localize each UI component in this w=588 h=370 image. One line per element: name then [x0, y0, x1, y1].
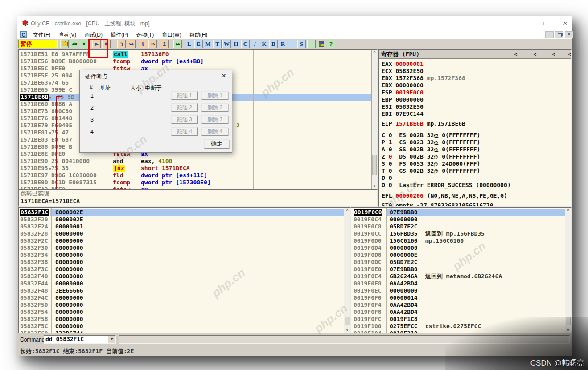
disasm-row[interactable]: 1571BE51E8 9A7AFFFFcall157138F0	[19, 51, 377, 58]
dump-scrollbar[interactable]: ^ v	[344, 208, 350, 333]
menu-file[interactable]: 文件(F)	[29, 31, 54, 39]
open-file-button[interactable]	[60, 40, 69, 48]
toolbar-patches-button[interactable]: /	[251, 40, 259, 48]
dump-row[interactable]: 05832F2400000001	[19, 223, 350, 230]
stack-row[interactable]: 0019F0C007E9BBB0	[351, 209, 571, 216]
register-line[interactable]: EDI 07E9C144	[382, 110, 424, 118]
register-line[interactable]: ESI 05832E50	[382, 103, 424, 110]
register-line[interactable]: EBX 00000000	[382, 82, 424, 89]
stack-row[interactable]: 0019F0D80000000E	[351, 252, 571, 259]
stack-row[interactable]: 0019F0F80AA42BD4	[351, 309, 571, 316]
dump-row[interactable]: 05832F3C00000000	[19, 266, 350, 273]
menu-help[interactable]: 帮助(H)	[185, 31, 212, 39]
dump-row[interactable]: 05832F3000000000	[19, 244, 350, 252]
fpu-tab-chevron-4[interactable]: <	[566, 51, 572, 58]
dump-row[interactable]: 05832F4C00000000	[19, 294, 350, 301]
register-line[interactable]: A 0 SS 002B 32位 0(FFFFFFFF)	[382, 146, 480, 154]
stack-row[interactable]: 0019F0E46B26246A返回到 metamod.6B26246A	[351, 273, 571, 280]
dump-row[interactable]: 05832F5000000000	[19, 301, 350, 309]
stack-row[interactable]: 0019F0F40AA42BD4	[351, 301, 571, 309]
bp-delete-button-3[interactable]: 删除 3	[201, 115, 228, 124]
register-line[interactable]: C 0 ES 002B 32位 0(FFFFFFFF)	[382, 132, 480, 139]
toolbar-references-button[interactable]: R	[279, 40, 287, 48]
menu-options[interactable]: 选项(T)	[132, 31, 158, 39]
mdi-minimize-button[interactable]: _	[545, 31, 554, 38]
disasm-scrollbar[interactable]: ^ v	[371, 50, 377, 189]
scroll-up-icon[interactable]: ^	[344, 208, 350, 214]
bp-base-input-4[interactable]	[98, 128, 125, 135]
scrollbar-thumb[interactable]	[372, 155, 377, 175]
bp-delete-button-1[interactable]: 删除 1	[201, 91, 228, 100]
fpu-tab-chevron-2[interactable]: <	[531, 51, 539, 58]
stack-row[interactable]: 0019F0D400000000	[351, 244, 571, 252]
toolbar-windows-button[interactable]: W	[222, 40, 231, 48]
dump-row[interactable]: 05832F3400000000	[19, 252, 350, 259]
bp-delete-button-2[interactable]: 删除 2	[201, 103, 228, 112]
log-list-button[interactable]: ≡	[307, 40, 316, 48]
dump-row[interactable]: 05832F200000002E	[19, 216, 350, 223]
cpu-child-icon[interactable]: C	[20, 31, 27, 38]
dump-row[interactable]: 05832F3800000000	[19, 259, 350, 266]
scroll-up-icon[interactable]: ^	[372, 50, 377, 56]
disasm-row[interactable]: 1571BE97D986 1C010000flddword ptr [esi+1…	[19, 172, 377, 179]
close-button[interactable]: ✕	[558, 19, 573, 28]
scrollbar-thumb[interactable]	[566, 317, 571, 325]
title-bar[interactable]: ✱ OllyICE - cstrike.exe - [CPU - 主线程, 模块…	[17, 16, 572, 31]
bp-break-on-input-1[interactable]	[145, 92, 168, 99]
scroll-down-icon[interactable]: v	[344, 327, 350, 333]
toolbar-callstack-button[interactable]: K	[260, 40, 268, 48]
disasm-row[interactable]: 1571BEA3DFE0fstswax	[19, 186, 377, 189]
bp-break-on-input-3[interactable]	[145, 116, 168, 123]
dump-row[interactable]: 05832F5C00000000	[19, 323, 350, 330]
stack-row[interactable]: 0019F0E80AA42BD4	[351, 280, 571, 287]
toolbar-handles-button[interactable]: H	[232, 40, 240, 48]
register-line[interactable]: Z 0 DS 002B 32位 0(FFFFFFFF)	[382, 153, 480, 161]
bp-size-input-4[interactable]	[130, 128, 141, 135]
stack-row[interactable]: 0019F0CC156FBD35返回到 mp.156FBD35	[351, 230, 571, 237]
bp-follow-button-2[interactable]: 跟随 2	[171, 103, 198, 112]
dump-row[interactable]: 05832F4000000000	[19, 273, 350, 280]
dialog-close-icon[interactable]: ✕	[221, 72, 226, 79]
scroll-down-icon[interactable]: v	[565, 327, 571, 333]
dump-row[interactable]: 05832F4400000000	[19, 280, 350, 287]
scroll-up-icon[interactable]: ^	[565, 208, 571, 214]
execute-till-return-button[interactable]: ↦	[173, 40, 182, 48]
stack-row[interactable]: 0019F1000275EFCCcstrike.0275EFCC	[351, 323, 571, 330]
register-line[interactable]: ST0 empty -27.879326831056516770	[382, 202, 493, 207]
ok-button[interactable]: 确定	[204, 139, 229, 149]
stack-pane[interactable]: 0019F0C007E9BBB00019F0C4000000000019F0C8…	[351, 207, 572, 333]
register-line[interactable]: S 0 FS 0053 32位 24D000(FFF)	[382, 160, 480, 168]
stack-row[interactable]: 0019F0C400000000	[351, 216, 571, 223]
bp-size-input-3[interactable]	[130, 116, 141, 123]
toolbar-runtrace-button[interactable]: ...	[288, 40, 296, 48]
dump-row[interactable]: 05832F483EE66666	[19, 287, 350, 294]
stack-row[interactable]: 0019F0F000000014	[351, 294, 571, 301]
scrollbar-thumb[interactable]	[345, 317, 350, 325]
register-line[interactable]: EDX 1572F388 mp.1572F388	[382, 75, 465, 82]
disasm-row[interactable]: 1571BE9DDC1D E0087315fcompqword ptr [157…	[19, 179, 377, 186]
disasm-row[interactable]: 1571BE95∨75 33jnzshort 1571BECA	[19, 165, 377, 172]
stack-row[interactable]: 0019F0E007E9BBB0	[351, 266, 571, 273]
toolbar-executables-button[interactable]: E	[194, 40, 203, 48]
maximize-button[interactable]: □	[538, 19, 553, 28]
dump-row[interactable]: 05832F2800000000	[19, 230, 350, 237]
dump-row[interactable]: 05832F5400000000	[19, 309, 350, 316]
scroll-down-icon[interactable]: v	[372, 183, 377, 189]
bp-base-input-1[interactable]	[98, 92, 125, 99]
stack-row[interactable]: 0019F0DC05BD7E2C	[351, 259, 571, 266]
close-program-button[interactable]: ✕	[80, 40, 88, 48]
register-line[interactable]: EAX 00000001	[382, 61, 424, 68]
help-button[interactable]: ?	[327, 40, 335, 48]
command-input[interactable]: dd 05832F1C ▼	[44, 335, 116, 344]
dump-row[interactable]: 05832F60132B6744	[19, 330, 350, 333]
dump-pane[interactable]: 05832F1C0000002E05832F200000002E05832F24…	[18, 207, 351, 333]
stack-row[interactable]: 0019F0EC00000000	[351, 287, 571, 294]
bp-follow-button-3[interactable]: 跟随 3	[171, 115, 198, 124]
stack-row[interactable]: 0019F1040019F210	[351, 330, 571, 333]
stack-row[interactable]: 0019F0C805BD7E2C	[351, 223, 571, 230]
stack-row[interactable]: 0019F0FC0019F1C8	[351, 316, 571, 323]
bp-base-input-2[interactable]	[98, 104, 125, 111]
combo-dropdown-button[interactable]: ▼	[108, 336, 115, 343]
toolbar-threads-button[interactable]: T	[213, 40, 222, 48]
bp-break-on-input-4[interactable]	[145, 128, 168, 135]
